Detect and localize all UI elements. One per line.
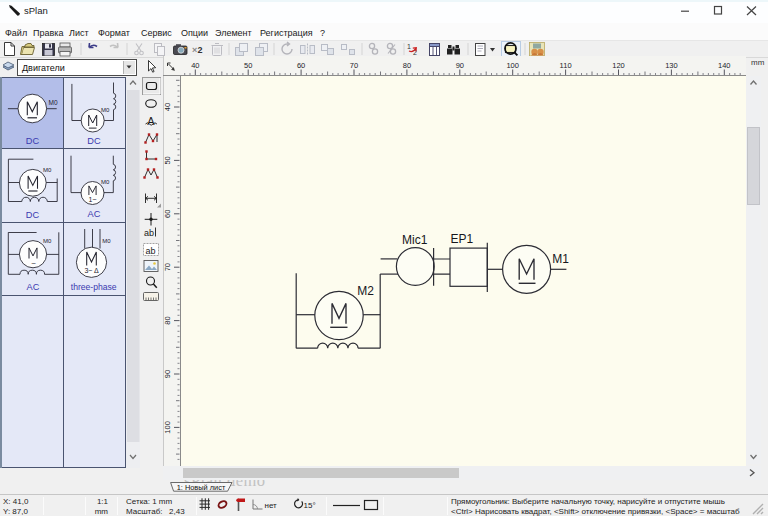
svg-text:40: 40 xyxy=(163,103,172,111)
svg-text:×: × xyxy=(192,45,197,55)
svg-text:100: 100 xyxy=(506,61,519,70)
svg-text:2: 2 xyxy=(198,45,203,55)
svg-text:90: 90 xyxy=(163,370,172,378)
svg-text:60: 60 xyxy=(163,210,172,218)
svg-text:110: 110 xyxy=(560,61,572,70)
svg-text:40: 40 xyxy=(191,61,199,70)
svg-text:1~: 1~ xyxy=(89,196,97,203)
svg-text:M1: M1 xyxy=(552,252,569,266)
svg-text:140: 140 xyxy=(718,61,731,70)
svg-text:DC: DC xyxy=(26,210,40,220)
svg-text:~: ~ xyxy=(31,259,36,268)
svg-text:120: 120 xyxy=(612,61,625,70)
svg-text:EP1: EP1 xyxy=(451,232,474,246)
svg-text:DC: DC xyxy=(87,136,101,146)
svg-text:70: 70 xyxy=(350,61,358,70)
svg-text:M0: M0 xyxy=(43,167,52,173)
svg-text:M0: M0 xyxy=(43,238,52,244)
svg-text:AC: AC xyxy=(27,282,40,292)
svg-text:80: 80 xyxy=(163,316,172,324)
svg-text:90: 90 xyxy=(456,61,464,70)
svg-text:50: 50 xyxy=(163,156,172,164)
svg-text:AC: AC xyxy=(88,209,101,219)
svg-text:Mic1: Mic1 xyxy=(402,233,428,247)
svg-text:DC: DC xyxy=(26,136,40,146)
svg-text:50: 50 xyxy=(244,61,252,70)
svg-text:130: 130 xyxy=(665,61,678,70)
svg-text:M0: M0 xyxy=(102,238,111,244)
svg-text:ab: ab xyxy=(146,246,156,256)
svg-text:60: 60 xyxy=(297,61,305,70)
svg-text:1: 1 xyxy=(407,43,411,50)
svg-text:70: 70 xyxy=(163,263,172,271)
svg-text:ab: ab xyxy=(144,228,154,238)
svg-text:нет: нет xyxy=(265,501,278,510)
svg-text:M2: M2 xyxy=(357,284,374,298)
svg-text:M0: M0 xyxy=(101,179,110,185)
svg-text:A: A xyxy=(147,115,155,127)
svg-text:1: Новый лист: 1: Новый лист xyxy=(177,483,226,492)
svg-text:three-phase: three-phase xyxy=(71,282,117,292)
svg-text:M0: M0 xyxy=(49,99,58,106)
svg-text:15°: 15° xyxy=(304,501,316,510)
svg-text:M0: M0 xyxy=(101,107,110,113)
svg-text:3~ Δ: 3~ Δ xyxy=(84,267,99,274)
svg-text:80: 80 xyxy=(403,61,411,70)
svg-text:100: 100 xyxy=(163,421,172,434)
